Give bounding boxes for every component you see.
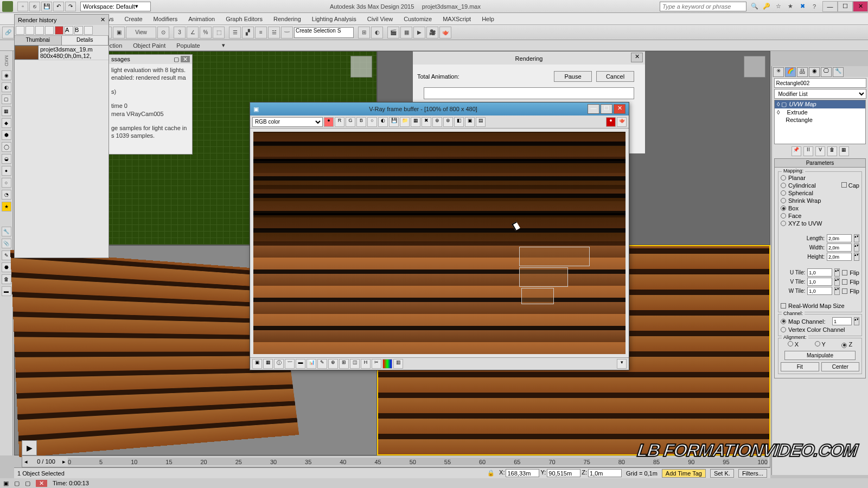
vfb-bbtn[interactable]: ⊞: [339, 359, 349, 369]
channel-selector[interactable]: RGB color: [252, 117, 323, 127]
vfb-bbtn[interactable]: [382, 359, 392, 369]
filters-button[interactable]: Filters...: [738, 469, 767, 478]
rh-btn[interactable]: [55, 26, 63, 35]
close-icon[interactable]: ✕: [631, 53, 643, 62]
menu-maxscript[interactable]: MAXScript: [437, 14, 476, 24]
tab-details[interactable]: Details: [62, 36, 109, 45]
binoculars-icon[interactable]: 🔍: [750, 2, 760, 11]
rh-btn[interactable]: [84, 26, 93, 35]
vfb-btn[interactable]: ●: [324, 117, 334, 127]
vfb-bbtn[interactable]: ◫: [350, 359, 360, 369]
vfb-bbtn[interactable]: ✎: [317, 359, 327, 369]
help-icon[interactable]: ?: [809, 2, 819, 11]
render-prod-icon[interactable]: 🎥: [426, 27, 438, 38]
vfb-btn[interactable]: R: [335, 117, 344, 127]
manipulate-button[interactable]: Manipulate: [784, 351, 856, 360]
modifier-stack[interactable]: ◊ ▢ UVW Map ◊ Extrude Rectangle: [774, 100, 866, 144]
lt-btn[interactable]: ⬣: [2, 262, 11, 272]
viewcube[interactable]: [744, 56, 765, 78]
lock-icon[interactable]: 🔒: [487, 470, 495, 477]
vfb-expand-icon[interactable]: ▾: [617, 359, 627, 369]
pause-button[interactable]: Pause: [554, 71, 592, 82]
render-icon[interactable]: ▶: [413, 27, 425, 38]
vfb-btn[interactable]: ◐: [378, 117, 388, 127]
menu-graph-editors[interactable]: Graph Editors: [220, 14, 268, 24]
spinner-snap-icon[interactable]: ⬚: [213, 27, 225, 38]
radio-xyz[interactable]: [781, 221, 786, 226]
stop-render-icon[interactable]: ●: [606, 117, 616, 127]
add-time-tag[interactable]: Add Time Tag: [662, 469, 706, 478]
lt-btn[interactable]: ✎: [2, 251, 11, 260]
set-key-button[interactable]: Set K.: [710, 469, 734, 478]
minimize-button[interactable]: —: [822, 1, 838, 12]
vfb-btn[interactable]: ▦: [411, 117, 420, 127]
vfb-bbtn[interactable]: 〰: [285, 359, 295, 369]
tab-thumbnails[interactable]: Thumbnai: [15, 36, 62, 45]
scale-icon[interactable]: ▣: [113, 27, 125, 38]
vflip-checkbox[interactable]: [842, 279, 847, 285]
layers-icon[interactable]: ☱: [268, 27, 280, 38]
lt-btn[interactable]: ◔: [2, 190, 11, 200]
vfb-bbtn[interactable]: ⊕: [328, 359, 338, 369]
vfb-btn[interactable]: G: [346, 117, 355, 127]
lt-btn[interactable]: ◉: [2, 70, 11, 80]
curve-editor-icon[interactable]: 〰: [281, 27, 293, 38]
width-spinner[interactable]: [827, 243, 852, 252]
vfb-btn[interactable]: ⊕: [432, 117, 442, 127]
named-selection-dropdown[interactable]: Create Selection S: [294, 27, 354, 38]
radio-vertex-color[interactable]: [781, 327, 786, 332]
angle-snap-icon[interactable]: ∠: [187, 27, 199, 38]
percent-snap-icon[interactable]: %: [200, 27, 212, 38]
exchange-icon[interactable]: ✖: [797, 2, 807, 11]
vfb-bbtn[interactable]: ▬: [296, 359, 305, 369]
spinner-icon[interactable]: ▴▾: [854, 234, 859, 242]
cancel-button[interactable]: Cancel: [596, 71, 634, 82]
close-icon[interactable]: ✕: [100, 16, 105, 23]
show-result-icon[interactable]: ⅠⅠ: [803, 146, 813, 156]
rh-btn[interactable]: [25, 26, 34, 35]
coord-z-field[interactable]: [588, 469, 622, 477]
rollout-title[interactable]: Parameters: [775, 159, 865, 168]
spinner-icon[interactable]: ▴▾: [854, 253, 859, 261]
close-icon[interactable]: ✕: [181, 56, 190, 62]
create-tab-icon[interactable]: ✳: [773, 67, 784, 77]
render-icon[interactable]: 🫖: [617, 117, 627, 127]
motion-tab-icon[interactable]: ◉: [809, 67, 820, 77]
lt-btn[interactable]: ★: [2, 202, 11, 211]
remove-icon[interactable]: 🗑: [827, 146, 837, 156]
redo-icon[interactable]: ↷: [65, 2, 76, 11]
favorite-icon[interactable]: ★: [786, 2, 795, 11]
lt-btn[interactable]: ◯: [2, 142, 11, 152]
menu-customize[interactable]: Customize: [398, 14, 437, 24]
close-task-icon[interactable]: ✕: [36, 480, 47, 487]
vfb-btn[interactable]: 📁: [400, 117, 410, 127]
rh-btn[interactable]: [45, 26, 54, 35]
history-row[interactable]: projet3dsmax_19.m 800x480;0h,0m,12,: [15, 46, 108, 60]
new-icon[interactable]: ▫: [17, 2, 28, 11]
stack-extrude[interactable]: ◊ Extrude: [775, 108, 865, 116]
spinner-icon[interactable]: ▴▾: [834, 268, 840, 277]
link-icon[interactable]: 🔗: [2, 27, 14, 38]
vfb-btn[interactable]: ▣: [465, 117, 475, 127]
star-icon[interactable]: ☆: [774, 2, 783, 11]
center-button[interactable]: Center: [821, 362, 860, 371]
uflip-checkbox[interactable]: [842, 270, 847, 275]
rh-btn[interactable]: [16, 26, 24, 35]
pivot-icon[interactable]: ⊙: [157, 27, 169, 38]
coord-y-field[interactable]: [547, 469, 580, 477]
spinner-icon[interactable]: ▴▾: [834, 287, 840, 295]
cap-checkbox[interactable]: [841, 182, 847, 188]
spinner-icon[interactable]: ▴▾: [854, 243, 859, 252]
rh-btn[interactable]: B: [74, 26, 83, 35]
radio-box[interactable]: [781, 206, 786, 211]
schematic-icon[interactable]: ⊞: [358, 27, 370, 38]
close-button[interactable]: ✕: [853, 1, 868, 12]
vfb-btn[interactable]: ▤: [476, 117, 486, 127]
maximize-button[interactable]: ☐: [601, 104, 612, 114]
vfb-btn[interactable]: 💾: [389, 117, 399, 127]
render-setup-icon[interactable]: 🎬: [387, 27, 399, 38]
task-icon[interactable]: ▢: [25, 480, 30, 487]
lt-btn[interactable]: ●: [2, 166, 11, 176]
vfb-bbtn[interactable]: H: [361, 359, 371, 369]
lt-btn[interactable]: ▦: [2, 106, 11, 116]
